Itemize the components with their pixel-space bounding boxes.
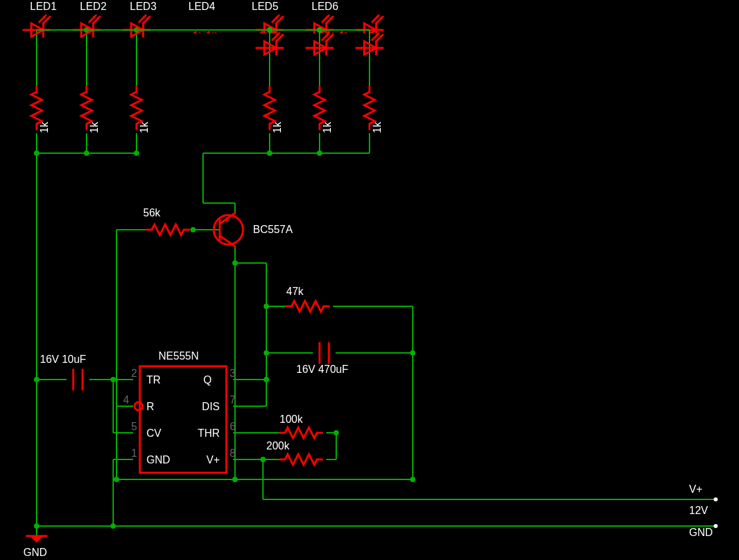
pin1-name: GND xyxy=(146,454,170,465)
pin7-num: 7 xyxy=(230,394,236,406)
svg-point-74 xyxy=(410,350,415,356)
svg-point-62 xyxy=(84,150,89,156)
gnd-symbol xyxy=(27,536,47,543)
vplus-label: V+ xyxy=(689,483,702,495)
r-led3-val: 1k xyxy=(138,121,150,133)
c-470uf-val: 16V 470uF xyxy=(296,364,349,375)
pin7-name: DIS xyxy=(202,401,220,412)
ic-val: NE555N xyxy=(158,350,198,362)
pin8-name: V+ xyxy=(206,454,220,465)
led2 xyxy=(73,15,100,37)
svg-point-80 xyxy=(260,457,266,462)
led1-label: LED1 xyxy=(30,1,57,12)
r-100k xyxy=(280,427,322,438)
svg-point-66 xyxy=(34,150,39,156)
r-200k-val: 200k xyxy=(266,440,290,451)
svg-point-71 xyxy=(264,304,269,309)
pin6-name: THR xyxy=(198,427,220,439)
r-56k-val: 56k xyxy=(143,207,161,218)
led6-label: LED6 xyxy=(312,1,338,12)
led3 xyxy=(123,15,150,37)
c-10uf xyxy=(73,370,83,390)
svg-point-104 xyxy=(267,27,272,33)
svg-point-76 xyxy=(111,523,116,529)
led3-label: LED3 xyxy=(130,1,156,12)
svg-point-67 xyxy=(34,377,39,382)
svg-point-64 xyxy=(267,150,272,156)
svg-point-105 xyxy=(317,27,322,33)
pin2-num: 2 xyxy=(131,368,137,379)
r-led6-val: 1k xyxy=(371,121,383,133)
svg-point-113 xyxy=(714,497,718,501)
pin4-name: R xyxy=(146,401,154,412)
svg-point-63 xyxy=(134,150,139,156)
r-200k xyxy=(280,454,322,465)
led1 xyxy=(23,15,50,37)
svg-point-68 xyxy=(111,377,116,382)
r-led5-val: 1k xyxy=(322,121,333,133)
svg-point-114 xyxy=(714,524,718,528)
led5-label: LED5 xyxy=(252,1,278,12)
c-10uf-val: 16V 10uF xyxy=(40,354,87,365)
svg-point-72 xyxy=(264,350,269,356)
svg-point-73 xyxy=(264,377,269,382)
voltage-label: 12V xyxy=(689,505,708,516)
r-100k-val: 100k xyxy=(280,414,304,425)
svg-point-112 xyxy=(134,402,142,410)
pin8-num: 8 xyxy=(230,447,236,459)
schematic-canvas: LED1 LED2 LED3 LED4 LED5 LED6 1k 1k 1k 1… xyxy=(0,0,739,560)
pin5-num: 5 xyxy=(131,421,137,432)
pin6-num: 6 xyxy=(230,421,236,432)
r-led1-val: 1k xyxy=(39,121,50,133)
svg-marker-116 xyxy=(30,536,43,543)
svg-point-75 xyxy=(34,523,39,529)
pin1-num: 1 xyxy=(131,447,137,459)
svg-point-65 xyxy=(317,150,322,156)
r-56k xyxy=(146,224,189,235)
svg-point-79 xyxy=(114,477,119,482)
gnd-label: GND xyxy=(23,547,47,558)
svg-point-78 xyxy=(232,477,238,482)
r-led2-val: 1k xyxy=(89,121,100,133)
svg-point-77 xyxy=(410,477,415,482)
svg-point-81 xyxy=(334,430,339,435)
pin3-name: Q xyxy=(204,374,212,386)
transistor-val: BC557A xyxy=(253,224,293,235)
svg-point-70 xyxy=(232,260,238,266)
svg-point-69 xyxy=(190,227,196,232)
pin5-name: CV xyxy=(146,427,162,439)
r-led4-val: 1k xyxy=(272,121,283,133)
r-47k xyxy=(286,301,329,312)
pin4-num: 4 xyxy=(123,394,129,406)
gnd-rail-label: GND xyxy=(689,527,713,538)
pin3-num: 3 xyxy=(230,368,236,379)
pin2-name: TR xyxy=(146,374,160,386)
led4-label: LED4 xyxy=(188,1,215,12)
c-470uf xyxy=(320,343,329,363)
led2-label: LED2 xyxy=(80,1,107,12)
r-47k-val: 47k xyxy=(286,286,304,297)
